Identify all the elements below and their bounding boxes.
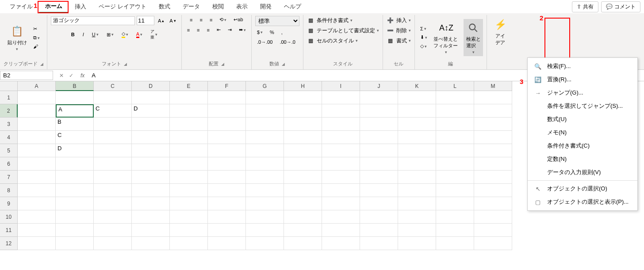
cell-E4[interactable] [170,131,208,144]
cell-M4[interactable] [474,131,512,144]
name-box[interactable] [0,71,53,80]
cell-E9[interactable] [170,197,208,210]
menu-find[interactable]: 🔍検索(F)... [528,60,637,73]
cell-K3[interactable] [398,118,436,131]
cell-B11[interactable] [56,224,94,237]
cell-A4[interactable] [18,131,56,144]
cell-H5[interactable] [284,144,322,157]
cell-G5[interactable] [246,144,284,157]
cell-G12[interactable] [246,237,284,250]
cell-C4[interactable] [94,131,132,144]
align-left-button[interactable]: ≡ [185,27,192,34]
menu-validation[interactable]: データの入力規則(V) [528,166,637,179]
cell-H11[interactable] [284,224,322,237]
cell-D4[interactable] [132,131,170,144]
cell-M5[interactable] [474,144,512,157]
cell-J12[interactable] [360,237,398,250]
cell-F8[interactable] [208,184,246,197]
cell-D11[interactable] [132,224,170,237]
align-bottom-button[interactable]: ≡ [208,16,214,23]
cell-D3[interactable] [132,118,170,131]
menu-replace[interactable]: 🔄置換(R)... [528,73,637,86]
cell-C10[interactable] [94,210,132,224]
cell-I5[interactable] [322,144,360,157]
copy-button[interactable]: ⧉▾ [31,34,42,42]
align-dialog-launcher[interactable]: ◢ [221,62,224,66]
cell-C9[interactable] [94,197,132,210]
cell-J4[interactable] [360,131,398,144]
tab-developer[interactable]: 開発 [254,1,278,12]
cell-I1[interactable] [322,91,360,104]
cell-C7[interactable] [94,171,132,184]
underline-button[interactable]: U ▾ [90,31,100,38]
increase-decimal-button[interactable]: .0→.00 [255,38,274,46]
cell-B6[interactable] [56,157,94,171]
cell-F4[interactable] [208,131,246,144]
cell-J7[interactable] [360,171,398,184]
number-format-select[interactable]: 標準 [255,16,299,26]
fill-color-button[interactable]: ◇ ▾ [120,30,130,39]
menu-notes[interactable]: メモ(N) [528,126,637,139]
border-button[interactable]: ⊞ ▾ [105,31,115,38]
cell-M3[interactable] [474,118,512,131]
cell-F3[interactable] [208,118,246,131]
cell-K4[interactable] [398,131,436,144]
font-name-input[interactable] [51,16,135,25]
cell-A3[interactable] [18,118,56,131]
tab-formulas[interactable]: 数式 [153,1,176,12]
wrap-text-button[interactable]: ↩ab [232,16,245,23]
cell-L1[interactable] [436,91,474,104]
cell-M8[interactable] [474,184,512,197]
cell-G11[interactable] [246,224,284,237]
cell-M1[interactable] [474,91,512,104]
cell-I4[interactable] [322,131,360,144]
cell-M9[interactable] [474,197,512,210]
cell-J11[interactable] [360,224,398,237]
autosum-button[interactable]: Σ ▾ [418,25,428,32]
cell-A8[interactable] [18,184,56,197]
fill-button[interactable]: ⬇ ▾ [418,34,429,41]
cell-K6[interactable] [398,157,436,171]
col-header-G[interactable]: G [246,81,284,91]
cell-L10[interactable] [436,210,474,224]
row-header-3[interactable]: 3 [0,118,18,131]
cell-E1[interactable] [170,91,208,104]
cell-G10[interactable] [246,210,284,224]
cell-A1[interactable] [18,91,56,104]
col-header-F[interactable]: F [208,81,246,91]
cell-L9[interactable] [436,197,474,210]
cell-I3[interactable] [322,118,360,131]
cell-K2[interactable] [398,104,436,118]
cell-J6[interactable] [360,157,398,171]
cell-C3[interactable] [94,118,132,131]
cell-H10[interactable] [284,210,322,224]
insert-cells-button[interactable]: ➕挿入 ▾ [387,16,411,25]
cell-D5[interactable] [132,144,170,157]
bold-button[interactable]: B [69,31,77,38]
cell-B8[interactable] [56,184,94,197]
cell-G4[interactable] [246,131,284,144]
tab-help[interactable]: ヘルプ [278,1,307,12]
cell-M6[interactable] [474,157,512,171]
cell-B10[interactable] [56,210,94,224]
cell-B3[interactable]: B [56,118,94,131]
col-header-C[interactable]: C [94,81,132,91]
row-header-1[interactable]: 1 [0,91,18,104]
cell-K10[interactable] [398,210,436,224]
find-select-button[interactable]: 検索と 選択 ▾ [464,19,483,56]
sort-filter-button[interactable]: A↕Z 並べ替えと フィルター ▾ [432,19,461,56]
row-header-11[interactable]: 11 [0,224,18,237]
menu-goto[interactable]: →ジャンプ(G)... [528,86,637,99]
cell-A5[interactable] [18,144,56,157]
row-header-5[interactable]: 5 [0,144,18,157]
increase-font-button[interactable]: A▴ [156,17,166,24]
format-as-table-button[interactable]: ▦テーブルとして書式設定 ▾ [307,26,379,35]
cell-A2[interactable] [18,104,56,118]
cell-J8[interactable] [360,184,398,197]
cell-I11[interactable] [322,224,360,237]
comma-button[interactable]: , [280,29,284,36]
cell-L4[interactable] [436,131,474,144]
col-header-A[interactable]: A [18,81,56,91]
menu-constants[interactable]: 定数(N) [528,152,637,166]
format-cells-button[interactable]: ▦書式 ▾ [387,36,411,45]
